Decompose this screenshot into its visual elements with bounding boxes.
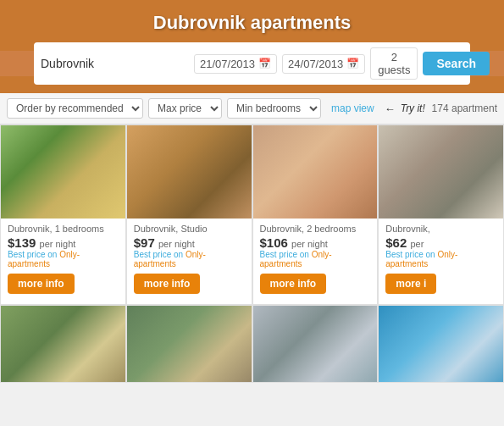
listing-card-2: Dubrovnik, Studio $97 per night Best pri…: [127, 125, 252, 304]
more-info-button-3[interactable]: more info: [260, 274, 327, 294]
page-header: Dubrovnik apartments 21/07/2013 📅 24/07/…: [0, 0, 504, 93]
more-info-button-2[interactable]: more info: [134, 274, 201, 294]
more-info-button-1[interactable]: more info: [8, 274, 75, 294]
listing-type-4: Dubrovnik,: [385, 224, 496, 234]
listing-best-price-1: Best price on Only-apartments: [8, 250, 119, 268]
listing-price-2: $97 per night: [134, 235, 245, 250]
listing-image-1: [1, 125, 125, 219]
listing-type-1: Dubrovnik, 1 bedrooms: [8, 224, 119, 234]
listing-info-1: Dubrovnik, 1 bedrooms $139 per night Bes…: [1, 219, 125, 304]
listing-best-price-2: Best price on Only-apartments: [134, 250, 245, 268]
results-count: 174 apartment: [432, 102, 497, 114]
listing-price-1: $139 per night: [8, 235, 119, 250]
listing-card: Dubrovnik, 1 bedrooms $139 per night Bes…: [1, 125, 125, 304]
checkout-calendar-icon: 📅: [346, 58, 359, 69]
listing-type-2: Dubrovnik, Studio: [134, 224, 245, 234]
more-info-button-4[interactable]: more i: [385, 274, 436, 294]
listing-card-6: [127, 306, 252, 382]
listing-price-4: $62 per: [385, 235, 496, 250]
checkin-date: 21/07/2013: [200, 58, 255, 70]
page-title: Dubrovnik apartments: [0, 12, 504, 34]
try-it-arrow: ←: [385, 102, 396, 115]
listings-grid: Dubrovnik, 1 bedrooms $139 per night Bes…: [0, 124, 504, 305]
map-view-button[interactable]: map view: [326, 100, 379, 117]
max-price-select[interactable]: Max price: [148, 98, 222, 119]
guests-value: 2 guests: [378, 51, 410, 76]
listing-best-price-3: Best price on Only-apartments: [260, 250, 371, 268]
listing-type-3: Dubrovnik, 2 bedrooms: [260, 224, 371, 234]
listing-price-3: $106 per night: [260, 235, 371, 250]
try-it-label: Try it!: [401, 102, 425, 114]
listing-image-3: [253, 125, 378, 219]
listing-image-2: [127, 125, 252, 219]
listing-image-7: [253, 306, 378, 382]
sort-select[interactable]: Order by recommended: [7, 98, 143, 119]
checkout-field[interactable]: 24/07/2013 📅: [282, 54, 365, 74]
listing-card-5: [1, 306, 125, 382]
listing-image-4: [379, 125, 503, 219]
listing-image-5: [1, 306, 125, 382]
search-location-input[interactable]: [41, 57, 189, 70]
listing-card-3: Dubrovnik, 2 bedrooms $106 per night Bes…: [253, 125, 378, 304]
listing-card-8: [379, 306, 503, 382]
listing-info-2: Dubrovnik, Studio $97 per night Best pri…: [127, 219, 252, 304]
filter-bar: Order by recommended Max price Min bedro…: [0, 93, 504, 124]
listings-row2: [0, 305, 504, 383]
listing-card-7: [253, 306, 378, 382]
listing-info-3: Dubrovnik, 2 bedrooms $106 per night Bes…: [253, 219, 378, 304]
listing-card-4: Dubrovnik, $62 per Best price on Only-ap…: [379, 125, 503, 304]
guests-field[interactable]: 2 guests: [370, 47, 418, 80]
search-bar: 21/07/2013 📅 24/07/2013 📅 2 guests Searc…: [34, 42, 470, 85]
checkout-date: 24/07/2013: [288, 58, 343, 70]
listing-best-price-4: Best price on Only-apartments: [385, 250, 496, 268]
checkin-calendar-icon: 📅: [258, 58, 271, 69]
listing-image-6: [127, 306, 252, 382]
listing-info-4: Dubrovnik, $62 per Best price on Only-ap…: [379, 219, 503, 304]
search-button[interactable]: Search: [423, 52, 490, 75]
checkin-field[interactable]: 21/07/2013 📅: [194, 54, 277, 74]
listing-image-8: [379, 306, 503, 382]
min-bedrooms-select[interactable]: Min bedrooms: [227, 98, 321, 119]
